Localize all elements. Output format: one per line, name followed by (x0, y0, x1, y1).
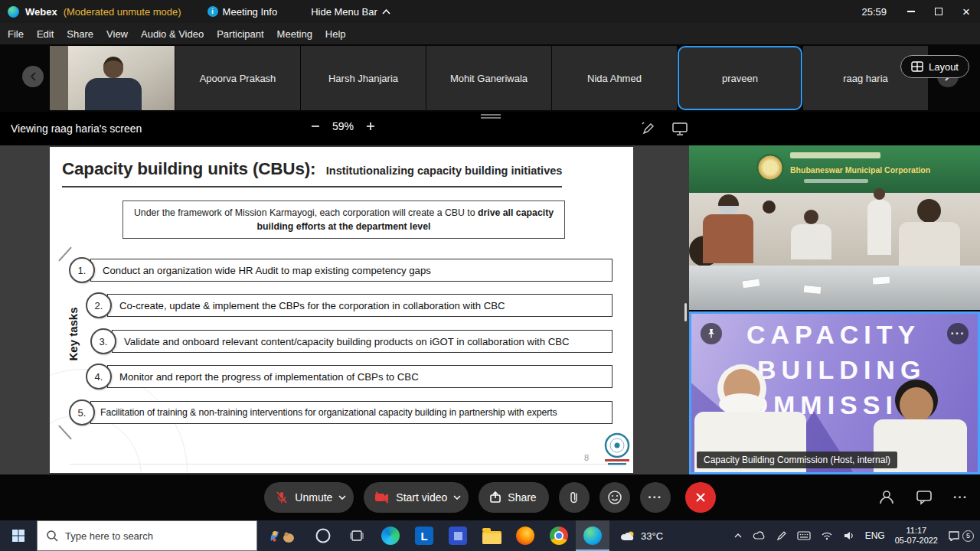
webex-app-button[interactable] (576, 520, 609, 551)
pen-icon[interactable] (776, 530, 787, 541)
firefox-app-button[interactable] (508, 520, 542, 551)
menu-meeting[interactable]: Meeting (277, 28, 312, 40)
onedrive-cloud-icon[interactable] (753, 531, 766, 540)
maximize-button[interactable] (925, 0, 952, 23)
task-row: 4. Monitor and report the progress of im… (86, 364, 612, 390)
viewing-label: Viewing raag haria's screen (11, 122, 142, 135)
more-options-button[interactable]: ··· (640, 482, 671, 513)
language-indicator[interactable]: ENG (865, 530, 885, 541)
zoom-in-button[interactable] (365, 121, 376, 132)
l-app-icon: L (415, 527, 433, 545)
chrome-app-button[interactable] (542, 520, 576, 551)
mic-muted-icon (275, 491, 289, 504)
menu-help[interactable]: Help (325, 28, 346, 40)
menu-file[interactable]: File (8, 28, 24, 40)
menu-audio-video[interactable]: Audio & Video (141, 28, 204, 40)
video-more-options-button[interactable]: ··· (947, 323, 969, 344)
touch-keyboard-icon[interactable] (797, 531, 811, 540)
pin-icon (706, 328, 717, 339)
participant-name: Nida Ahmed (587, 73, 642, 84)
search-input[interactable] (65, 530, 241, 542)
annotate-icon[interactable] (642, 122, 655, 135)
room-video-tile[interactable]: Bhubaneswar Municipal Corporation (689, 145, 980, 310)
participant-filmstrip: Apoorva Prakash Harsh Jhanjaria Mohit Ga… (0, 44, 980, 112)
participant-tile[interactable]: Nida Ahmed (552, 46, 677, 110)
active-speaker-label: Capacity Building Commission (Host, inte… (697, 452, 897, 468)
person-silhouette (703, 214, 753, 263)
filmstrip-prev-button[interactable] (22, 66, 44, 87)
self-video-thumbnail[interactable] (50, 46, 175, 110)
search-icon (46, 530, 58, 542)
search-highlights-icon[interactable] (257, 520, 306, 551)
share-button[interactable]: Share (479, 482, 548, 513)
taskbar-clock[interactable]: 11:17 05-07-2022 (895, 526, 938, 546)
display-icon[interactable] (672, 122, 688, 135)
task-view-button[interactable] (340, 520, 374, 551)
unmute-button[interactable]: Unmute (264, 482, 354, 513)
presentation-slide: Capacity building units (CBUs): Institut… (50, 147, 633, 473)
meeting-controls: Unmute Start video Share ··· (0, 474, 980, 520)
app-title: Webex (25, 6, 57, 18)
task-number: 5. (69, 399, 95, 425)
participant-tile[interactable]: Harsh Jhanjaria (301, 46, 426, 110)
cbc-logo (599, 432, 633, 467)
maximize-icon (935, 8, 942, 15)
participant-tile[interactable]: Apoorva Prakash (175, 46, 300, 110)
share-screen-icon (489, 491, 501, 504)
firefox-icon (516, 527, 534, 545)
chevron-down-icon[interactable] (453, 495, 461, 500)
taskbar-search[interactable] (37, 520, 257, 551)
task-row: 1. Conduct an organization wide HR Audit… (69, 257, 612, 283)
zoom-out-button[interactable] (310, 121, 321, 132)
more-panels-button[interactable]: ··· (953, 491, 968, 504)
speaker-icon[interactable] (843, 530, 855, 541)
cbc-video-tile-active[interactable]: CAPACITY BUILDING COMMISSI ··· Capacity … (689, 311, 980, 474)
task-row: 3. Validate and onboard relevant content… (90, 328, 612, 354)
windows-logo-icon (11, 529, 25, 543)
app-button[interactable] (441, 520, 475, 551)
moderated-mode-label: (Moderated unmute mode) (64, 6, 181, 18)
participant-name: Harsh Jhanjaria (328, 73, 398, 84)
meeting-info-button[interactable]: i Meeting Info (207, 6, 278, 18)
start-video-label: Start video (396, 491, 447, 504)
app-icon (449, 527, 467, 545)
stage-scrollbar[interactable] (684, 303, 687, 321)
person-silhouette (867, 200, 891, 255)
paperclip-icon (568, 491, 580, 504)
menu-view[interactable]: View (106, 28, 128, 40)
l-app-button[interactable]: L (407, 520, 441, 551)
minimize-button[interactable] (897, 0, 925, 23)
task-text: Monitor and report the progress of imple… (107, 365, 612, 388)
chevron-down-icon[interactable] (338, 495, 346, 500)
menu-share[interactable]: Share (67, 28, 93, 40)
participant-tile[interactable]: Mohit Ganeriwala (426, 46, 551, 110)
task-number: 1. (69, 257, 95, 283)
participant-tile-active-speaker[interactable]: praveen (678, 46, 802, 110)
tray-expand-icon[interactable] (733, 533, 743, 539)
edge-app-button[interactable] (374, 520, 407, 551)
drag-handle[interactable] (481, 114, 501, 119)
close-button[interactable]: × (952, 0, 980, 23)
wifi-icon[interactable] (821, 531, 833, 540)
attach-button[interactable] (559, 482, 590, 513)
hide-menu-bar-button[interactable]: Hide Menu Bar (311, 6, 390, 18)
pin-button[interactable] (701, 323, 722, 344)
zoom-level[interactable]: 59% (332, 120, 354, 132)
green-banner: Bhubaneswar Municipal Corporation (689, 145, 980, 193)
cortana-button[interactable] (306, 520, 340, 551)
menu-participant[interactable]: Participant (217, 28, 263, 40)
meeting-info-label: Meeting Info (223, 6, 278, 18)
task-text: Co-create, update & implement the CBPs f… (107, 294, 612, 317)
layout-button[interactable]: Layout (900, 55, 969, 78)
weather-widget[interactable]: 33°C (609, 530, 674, 542)
menu-edit[interactable]: Edit (37, 28, 54, 40)
start-video-button[interactable]: Start video (364, 482, 469, 513)
clock-time: 11:17 (895, 526, 938, 536)
start-button[interactable] (0, 520, 37, 551)
file-explorer-button[interactable] (475, 520, 508, 551)
action-center-button[interactable]: 5 (948, 530, 974, 542)
leave-meeting-button[interactable] (685, 482, 716, 513)
chat-icon[interactable] (916, 490, 933, 505)
participants-icon[interactable] (878, 490, 895, 505)
reactions-button[interactable] (599, 482, 630, 513)
